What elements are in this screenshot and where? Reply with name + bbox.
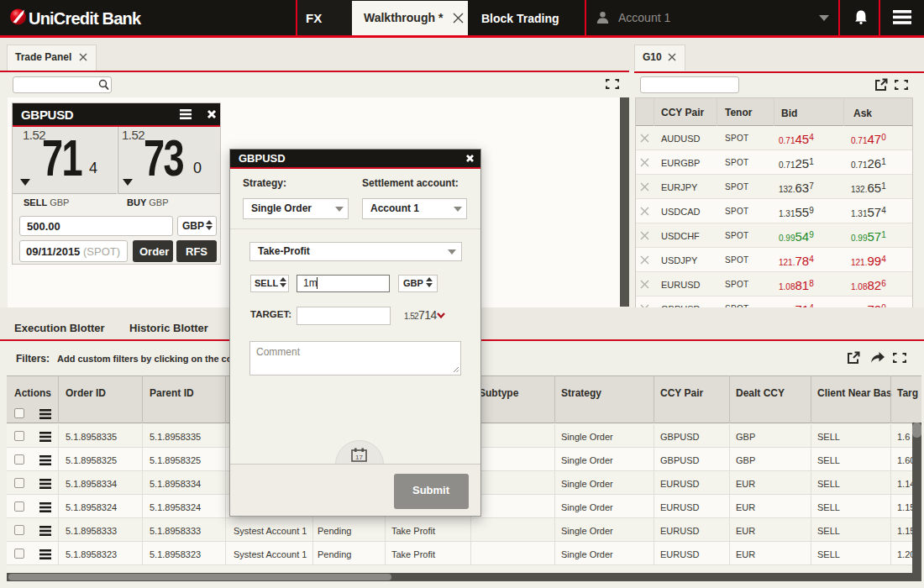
svg-text:17: 17 [355, 454, 363, 461]
